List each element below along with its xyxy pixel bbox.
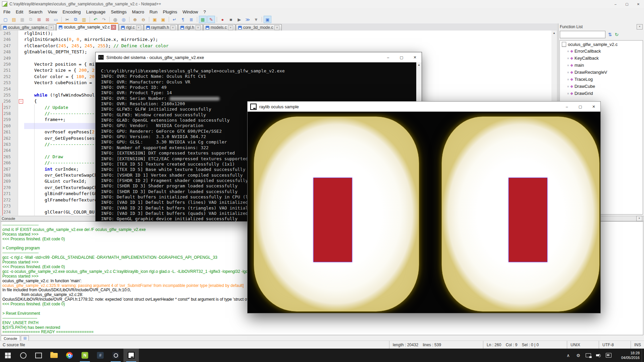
sync-horizontal-scroll-button[interactable]: ▣ (159, 16, 167, 23)
function-item-DrawGrid[interactable]: ≡◆DrawGrid (560, 90, 643, 97)
minimize-button[interactable]: – (610, 0, 621, 8)
macro-stop-button[interactable]: ■ (227, 16, 235, 23)
function-item-DrawCube[interactable]: ≡◆DrawCube (560, 83, 643, 90)
raylib-close-button[interactable]: ✕ (587, 102, 600, 112)
show-desktop-button[interactable] (642, 349, 644, 362)
macro-record-button[interactable]: ● (219, 16, 226, 23)
menu-run[interactable]: Run (147, 9, 160, 15)
zoom-out-button[interactable]: ⊖ (140, 16, 147, 23)
menu-window[interactable]: Window (180, 9, 201, 15)
scroll-up-icon[interactable]: ▲ (551, 31, 557, 36)
macro-save-button[interactable]: ▼ (252, 16, 260, 23)
replace-button[interactable]: ◎ (120, 16, 127, 23)
tab-oculus_glfw_sample_v2.c[interactable]: oculus_glfw_sample_v2.c× (56, 23, 118, 31)
cmd-maximize-button[interactable]: ▢ (395, 52, 408, 62)
open-file-button[interactable]: ▤ (10, 16, 18, 23)
tray-volume-button[interactable] (593, 349, 603, 362)
tab-rlgl.c[interactable]: rlgl.c× (119, 24, 143, 31)
function-item-ErrorCallback[interactable]: ≡◆ErrorCallback (560, 48, 643, 55)
find-button[interactable]: ◎ (111, 16, 119, 23)
show-all-characters-button[interactable]: ¶ (179, 16, 187, 23)
redo-button[interactable]: ↷ (100, 16, 108, 23)
app-dark-2-taskbar-button[interactable] (108, 349, 123, 362)
save-all-button[interactable]: ⧉ (27, 16, 35, 23)
function-list-close-icon[interactable]: × (637, 24, 643, 29)
function-tree-root[interactable]: oculus_glfw_sample_v2.c (560, 41, 643, 48)
menu-settings[interactable]: Settings (108, 9, 129, 15)
new-file-button[interactable]: ▢ (2, 16, 9, 23)
menu-language[interactable]: Language (84, 9, 108, 15)
word-wrap-button[interactable]: ↵ (171, 16, 178, 23)
cut-button[interactable]: ✂ (63, 16, 71, 23)
zoom-in-button[interactable]: ⊕ (131, 16, 139, 23)
search-button[interactable] (15, 349, 31, 362)
function-search-input[interactable] (560, 31, 605, 38)
monitoring-button[interactable]: ▣ (264, 16, 271, 23)
tab-close-icon[interactable]: × (228, 25, 233, 30)
menu-edit[interactable]: Edit (13, 9, 26, 15)
function-item-main[interactable]: ≡◆main (560, 62, 643, 69)
menu-file[interactable]: File (1, 9, 13, 15)
notepad-plus-plus-taskbar-button[interactable]: N (77, 349, 93, 362)
sync-vertical-scroll-button[interactable]: ▣ (151, 16, 159, 23)
tab-close-icon[interactable]: × (170, 25, 175, 30)
copy-button[interactable]: ⧉ (72, 16, 79, 23)
close-file-button[interactable]: ⊠ (35, 16, 43, 23)
raylib-sample-taskbar-button[interactable] (123, 349, 139, 362)
print-button[interactable]: ▭ (52, 16, 60, 23)
cmd-close-button[interactable]: ✕ (408, 52, 422, 62)
paste-button[interactable]: ▥ (80, 16, 88, 23)
cmd-minimize-button[interactable]: – (381, 52, 395, 62)
file-explorer-taskbar-button[interactable] (46, 349, 62, 362)
menu-plugins[interactable]: Plugins (160, 9, 180, 15)
macro-play-button[interactable]: ▶ (235, 16, 243, 23)
tab-close-icon[interactable]: × (111, 25, 116, 30)
bookmark-margin (13, 43, 18, 49)
tray-settings-button[interactable]: ⚙ (573, 349, 583, 362)
line-number: 247 (0, 43, 13, 49)
tab-close-icon[interactable]: × (49, 25, 54, 30)
tray-expand-button[interactable]: ∧ (563, 349, 573, 362)
document-map-button[interactable]: ▦ (199, 16, 207, 23)
chrome-taskbar-button[interactable] (62, 349, 77, 362)
tab-core_3d_mode.c[interactable]: core_3d_mode.c× (236, 24, 282, 31)
function-list-toggle-button[interactable]: ✎ (207, 16, 215, 23)
raylib-minimize-button[interactable]: – (560, 102, 574, 112)
start-button[interactable] (0, 349, 15, 362)
console-close-icon[interactable]: × (636, 216, 642, 221)
taskbar-clock[interactable]: 18:28 04/05/2016 (613, 351, 642, 360)
indent-guide-button[interactable]: ≣ (187, 16, 195, 23)
app-dark-1-taskbar-button[interactable]: # (93, 349, 108, 362)
tab-close-icon[interactable]: × (136, 25, 141, 30)
tray-network-button[interactable] (583, 349, 593, 362)
tray-action-center-button[interactable] (603, 349, 613, 362)
menu-view[interactable]: View (45, 9, 60, 15)
tab-oculus_glfw_sample.c[interactable]: oculus_glfw_sample.c× (1, 24, 56, 31)
raylib-titlebar[interactable]: raylib oculus sample – ▢ ✕ (248, 102, 600, 112)
sort-az-icon[interactable]: ⇅ (608, 32, 612, 37)
menu-macro[interactable]: Macro (129, 9, 147, 15)
function-item-TraceLog[interactable]: ≡◆TraceLog (560, 76, 643, 83)
reload-icon[interactable]: ↻ (615, 32, 619, 37)
tab-rlgl.h[interactable]: rlgl.h× (178, 24, 203, 31)
fold-collapse-icon[interactable]: − (19, 99, 23, 104)
function-item-DrawRectangleV[interactable]: ≡◆DrawRectangleV (560, 69, 643, 76)
undo-button[interactable]: ↶ (92, 16, 99, 23)
maximize-button[interactable]: ▢ (621, 0, 633, 8)
tab-models.c[interactable]: models.c× (203, 24, 235, 31)
close-button[interactable]: ✕ (633, 0, 644, 8)
function-item-KeyCallback[interactable]: ≡◆KeyCallback (560, 55, 643, 62)
macro-run-multiple-button[interactable]: ≫ (244, 16, 252, 23)
menu-help[interactable]: ? (201, 9, 208, 15)
cmd-scroll-up-icon[interactable]: ▲ (416, 62, 422, 68)
raylib-maximize-button[interactable]: ▢ (574, 102, 587, 112)
menu-encoding[interactable]: Encoding (60, 9, 84, 15)
tab-close-icon[interactable]: × (196, 25, 201, 30)
close-all-button[interactable]: ⊠ (44, 16, 51, 23)
cmd-titlebar[interactable]: C:\_ Símbolo del sistema - oculus_glfw_s… (96, 52, 422, 62)
task-view-button[interactable] (31, 349, 46, 362)
save-file-button[interactable]: ▦ (18, 16, 26, 23)
menu-search[interactable]: Search (26, 9, 45, 15)
tab-close-icon[interactable]: × (274, 25, 279, 30)
tab-raymath.h[interactable]: raymath.h× (144, 24, 178, 31)
